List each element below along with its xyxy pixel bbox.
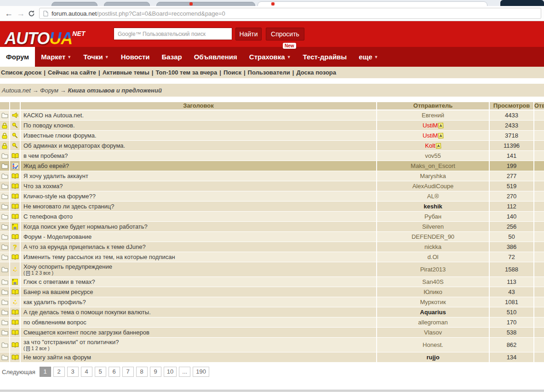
topic-title-link[interactable]: Банер на вашем ресурсе bbox=[23, 288, 376, 295]
topic-title-link[interactable]: Форум - Моделирование bbox=[23, 233, 376, 240]
ask-button[interactable]: Спросить bbox=[266, 28, 304, 40]
topic-title-link[interactable]: Я хочу удалить аккаунт bbox=[23, 173, 376, 179]
topic-title-link[interactable]: Не многовато ли здесь страниц? bbox=[23, 203, 376, 210]
browser-tab[interactable] bbox=[104, 2, 150, 6]
nav-item-3[interactable]: Новости bbox=[115, 47, 156, 67]
sender-link[interactable]: nickka bbox=[424, 243, 441, 250]
nav-item-6[interactable]: Страховка▼New bbox=[243, 47, 297, 67]
topic-page-link[interactable]: 3 bbox=[39, 271, 42, 276]
sender-link[interactable]: Kolt bbox=[425, 142, 435, 149]
search-input[interactable] bbox=[114, 28, 232, 40]
nav-item-2[interactable]: Точки▼ bbox=[77, 47, 115, 67]
page-button-6[interactable]: 6 bbox=[109, 367, 120, 377]
page-button-3[interactable]: 3 bbox=[67, 367, 79, 377]
sender-link[interactable]: Юлико bbox=[424, 288, 442, 295]
browser-tab-active[interactable] bbox=[258, 1, 487, 6]
subnav-link-4[interactable]: Поиск bbox=[223, 69, 241, 76]
topic-title-link[interactable]: Не могу зайти на форум bbox=[23, 354, 376, 361]
topic-title-link[interactable]: КАСКО на Autoua.net. bbox=[23, 112, 376, 119]
page-button-2[interactable]: 2 bbox=[53, 367, 65, 377]
page-button-190[interactable]: 190 bbox=[193, 367, 209, 377]
topic-page-link[interactable]: все bbox=[39, 346, 46, 351]
sender-link[interactable]: Pirat2013 bbox=[420, 266, 446, 273]
sender-link[interactable]: UstiM bbox=[423, 132, 438, 139]
topic-title-link[interactable]: Жид або еврей? bbox=[23, 162, 376, 169]
sender-link[interactable]: allegroman bbox=[418, 319, 447, 326]
header-views: Просмотров bbox=[490, 102, 534, 110]
subnav-link-2[interactable]: Активные темы bbox=[103, 69, 149, 76]
topic-title-link[interactable]: С телефона фото bbox=[23, 213, 376, 220]
topic-title-link[interactable]: Изменить тему рассылок из тем, на которы… bbox=[23, 254, 376, 260]
topic-title-link[interactable]: Хочу оспорить предупреждение bbox=[23, 263, 376, 270]
page-button-7[interactable]: 7 bbox=[122, 367, 134, 377]
sender-link[interactable]: rujjo bbox=[426, 354, 439, 361]
sender-link[interactable]: AL® bbox=[427, 193, 439, 200]
nav-item-5[interactable]: Объявления bbox=[188, 47, 243, 67]
nav-item-4[interactable]: Базар bbox=[156, 47, 188, 67]
subnav-link-3[interactable]: Топ-100 тем за вчера bbox=[155, 69, 217, 76]
topic-title-link[interactable]: Об админах и модераторах форума. bbox=[23, 142, 376, 149]
subnav-link-5[interactable]: Пользователи bbox=[248, 69, 290, 76]
topic-page-link[interactable]: все bbox=[43, 271, 51, 276]
sender-link[interactable]: Silveren bbox=[422, 223, 444, 230]
topic-title-link[interactable]: по обявлениям вопрос bbox=[23, 319, 376, 326]
sender-link[interactable]: UstiM bbox=[423, 122, 438, 129]
sender-link[interactable]: Aquarius bbox=[420, 309, 446, 316]
sender-link[interactable]: Maks_on_Escort bbox=[411, 162, 455, 169]
topic-title-link[interactable]: Смещается контент после загрузки баннеро… bbox=[23, 329, 376, 336]
sender-link[interactable]: Рубан bbox=[424, 213, 441, 220]
topic-title-link[interactable]: Глюк с ответами в темах? bbox=[23, 278, 376, 285]
browser-tab-dark[interactable] bbox=[500, 0, 544, 6]
sender-link[interactable]: Honest. bbox=[423, 341, 443, 348]
topic-title-link[interactable]: Кличко-style на форуме?? bbox=[23, 193, 376, 200]
topic-title-link[interactable]: А где делась тема о помощи покупки валют… bbox=[23, 309, 376, 316]
page-button-4[interactable]: 4 bbox=[81, 367, 92, 377]
subnav-link-1[interactable]: Сейчас на сайте bbox=[48, 69, 96, 76]
topic-title-link[interactable]: Что за хохма? bbox=[23, 183, 376, 190]
url-bar[interactable]: forum.autoua.net/postlist.php?Cat=0&Boar… bbox=[39, 8, 541, 19]
page-button-8[interactable]: 8 bbox=[136, 367, 148, 377]
topic-title-link[interactable]: за что "отстранили" от политички? bbox=[23, 339, 376, 346]
sender-link[interactable]: vov55 bbox=[425, 152, 441, 159]
subnav-link-6[interactable]: Доска позора bbox=[296, 69, 336, 76]
sender-link[interactable]: Vlasov bbox=[424, 329, 442, 336]
page-button-1[interactable]: 1 bbox=[40, 367, 51, 377]
nav-item-label: Точки bbox=[83, 53, 103, 61]
topic-page-link[interactable]: 2 bbox=[35, 271, 38, 276]
search-button[interactable]: Найти bbox=[235, 28, 262, 40]
browser-tab[interactable] bbox=[52, 2, 97, 6]
nav-item-7[interactable]: Тест-драйвы bbox=[297, 47, 353, 67]
topic-title-link[interactable]: в чем пробема? bbox=[23, 152, 376, 159]
nav-item-8[interactable]: еще▼ bbox=[353, 47, 384, 67]
reload-icon[interactable] bbox=[28, 10, 35, 17]
topic-title-link[interactable]: А что за ерунда прицепилась к теме dJune… bbox=[23, 243, 376, 250]
nav-item-0[interactable]: Форум bbox=[0, 47, 35, 67]
page-button-9[interactable]: 9 bbox=[150, 367, 161, 377]
sender-link[interactable]: keshik bbox=[424, 203, 442, 210]
sender-link[interactable]: AlexAudiCoupe bbox=[412, 183, 454, 190]
topic-title-link[interactable]: как удалить профиль? bbox=[23, 299, 376, 306]
sender-link[interactable]: DEFENDER_90 bbox=[412, 233, 454, 240]
site-logo[interactable]: AUTOUANET bbox=[5, 24, 85, 48]
topic-title-link[interactable]: Известные глюки форума. bbox=[23, 132, 376, 139]
topic-title-link[interactable]: По поводу клонов. bbox=[23, 122, 376, 129]
browser-tab[interactable] bbox=[156, 2, 255, 6]
page-button-10[interactable]: 10 bbox=[164, 367, 177, 377]
topic-page-link[interactable]: 2 bbox=[35, 346, 38, 351]
sender-link[interactable]: d.Ol bbox=[428, 254, 439, 260]
sender-link[interactable]: Муркотик bbox=[420, 299, 446, 306]
sender-link[interactable]: Евгений bbox=[422, 112, 444, 119]
topic-page-link[interactable]: 1 bbox=[31, 346, 34, 351]
pagination-next-link[interactable]: Следующая bbox=[2, 369, 35, 375]
nav-item-1[interactable]: Маркет▼ bbox=[35, 47, 77, 67]
sender-link[interactable]: Maryshka bbox=[420, 173, 446, 179]
subnav-link-0[interactable]: Список досок bbox=[1, 69, 41, 76]
topic-title-link[interactable]: Когда поиск уже будет нормально работать… bbox=[23, 223, 376, 230]
page-button-5[interactable]: 5 bbox=[95, 367, 106, 377]
topic-page-link[interactable]: 1 bbox=[31, 271, 34, 276]
breadcrumb-prefix[interactable]: Autoua.net → Форум → bbox=[2, 87, 66, 94]
back-button[interactable]: ← bbox=[3, 9, 15, 18]
sender-link[interactable]: San40S bbox=[422, 278, 443, 285]
pagination-ellipsis[interactable]: ... bbox=[179, 367, 190, 377]
forward-button[interactable]: → bbox=[15, 9, 27, 18]
